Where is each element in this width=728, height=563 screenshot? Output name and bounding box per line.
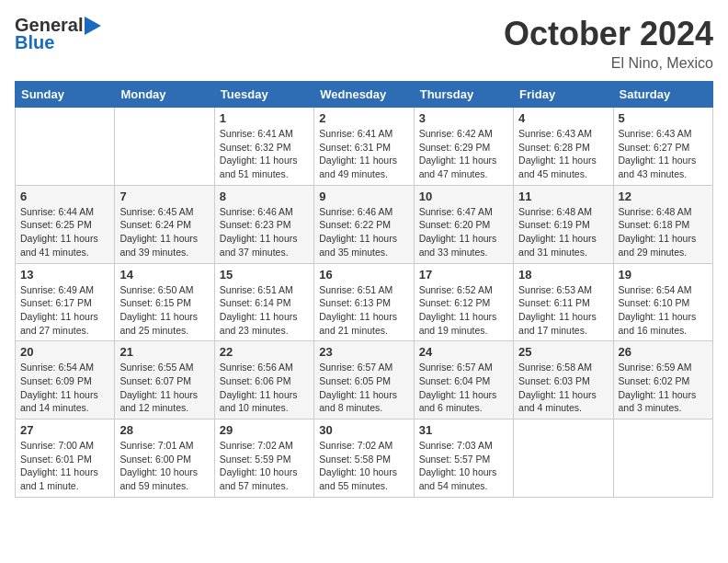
- day-number: 29: [220, 423, 309, 437]
- day-detail: Sunrise: 6:51 AMSunset: 6:14 PMDaylight:…: [220, 283, 309, 338]
- day-number: 25: [518, 345, 608, 359]
- table-row: [16, 108, 115, 186]
- table-row: 26Sunrise: 6:59 AMSunset: 6:02 PMDayligh…: [613, 341, 712, 419]
- table-row: 12Sunrise: 6:48 AMSunset: 6:18 PMDayligh…: [613, 185, 712, 263]
- sunset-text: Sunset: 6:27 PM: [619, 142, 690, 153]
- daylight-text: Daylight: 11 hours and 49 minutes.: [319, 155, 397, 179]
- header-saturday: Saturday: [613, 82, 712, 108]
- day-number: 24: [419, 345, 508, 359]
- day-detail: Sunrise: 6:57 AMSunset: 6:05 PMDaylight:…: [319, 361, 408, 415]
- sunrise-text: Sunrise: 6:45 AM: [119, 206, 193, 217]
- daylight-text: Daylight: 11 hours and 41 minutes.: [20, 233, 98, 258]
- daylight-text: Daylight: 11 hours and 29 minutes.: [619, 233, 697, 258]
- day-number: 6: [20, 190, 109, 203]
- table-row: 24Sunrise: 6:57 AMSunset: 6:04 PMDayligh…: [414, 341, 513, 419]
- header-sunday: Sunday: [16, 82, 115, 108]
- sunrise-text: Sunrise: 6:41 AM: [220, 128, 293, 139]
- sunset-text: Sunset: 6:18 PM: [619, 219, 690, 230]
- location-text: El Nino, Mexico: [504, 55, 713, 72]
- day-detail: Sunrise: 6:46 AMSunset: 6:22 PMDaylight:…: [319, 205, 408, 259]
- day-number: 16: [319, 268, 408, 282]
- table-row: 5Sunrise: 6:43 AMSunset: 6:27 PMDaylight…: [613, 108, 712, 186]
- daylight-text: Daylight: 11 hours and 21 minutes.: [319, 311, 397, 336]
- day-detail: Sunrise: 6:54 AMSunset: 6:09 PMDaylight:…: [20, 361, 109, 415]
- table-row: 21Sunrise: 6:55 AMSunset: 6:07 PMDayligh…: [115, 341, 214, 419]
- table-row: 8Sunrise: 6:46 AMSunset: 6:23 PMDaylight…: [214, 185, 313, 263]
- logo-blue-text: Blue: [15, 32, 54, 53]
- logo-arrow-icon: [85, 17, 101, 35]
- day-detail: Sunrise: 6:49 AMSunset: 6:17 PMDaylight:…: [20, 283, 109, 338]
- day-number: 2: [319, 111, 408, 125]
- table-row: 3Sunrise: 6:42 AMSunset: 6:29 PMDaylight…: [414, 108, 513, 186]
- table-row: 7Sunrise: 6:45 AMSunset: 6:24 PMDaylight…: [115, 185, 214, 263]
- table-row: 30Sunrise: 7:02 AMSunset: 5:58 PMDayligh…: [314, 419, 414, 498]
- day-detail: Sunrise: 7:03 AMSunset: 5:57 PMDaylight:…: [419, 439, 508, 493]
- page-container: General Blue October 2024 El Nino, Mexic…: [0, 0, 728, 505]
- day-detail: Sunrise: 6:51 AMSunset: 6:13 PMDaylight:…: [319, 283, 408, 338]
- table-row: 27Sunrise: 7:00 AMSunset: 6:01 PMDayligh…: [16, 419, 115, 498]
- sunset-text: Sunset: 6:07 PM: [119, 375, 191, 386]
- day-number: 13: [20, 268, 109, 282]
- day-detail: Sunrise: 6:50 AMSunset: 6:15 PMDaylight:…: [119, 283, 209, 338]
- sunset-text: Sunset: 6:13 PM: [319, 297, 391, 308]
- daylight-text: Daylight: 11 hours and 25 minutes.: [119, 311, 198, 336]
- daylight-text: Daylight: 11 hours and 14 minutes.: [20, 389, 98, 414]
- header-friday: Friday: [514, 82, 613, 108]
- daylight-text: Daylight: 11 hours and 6 minutes.: [419, 389, 497, 414]
- daylight-text: Daylight: 11 hours and 33 minutes.: [419, 233, 497, 258]
- sunrise-text: Sunrise: 6:43 AM: [619, 128, 692, 139]
- day-number: 31: [419, 423, 508, 437]
- sunrise-text: Sunrise: 6:51 AM: [319, 284, 392, 295]
- day-detail: Sunrise: 7:02 AMSunset: 5:58 PMDaylight:…: [319, 439, 408, 493]
- daylight-text: Daylight: 11 hours and 45 minutes.: [518, 155, 597, 179]
- sunrise-text: Sunrise: 6:54 AM: [619, 284, 692, 295]
- sunrise-text: Sunrise: 6:54 AM: [20, 362, 94, 373]
- table-row: 20Sunrise: 6:54 AMSunset: 6:09 PMDayligh…: [16, 341, 115, 419]
- sunset-text: Sunset: 6:20 PM: [419, 219, 491, 230]
- day-number: 26: [619, 345, 708, 359]
- table-row: 13Sunrise: 6:49 AMSunset: 6:17 PMDayligh…: [16, 263, 115, 341]
- daylight-text: Daylight: 11 hours and 8 minutes.: [319, 389, 397, 414]
- sunrise-text: Sunrise: 7:02 AM: [220, 440, 293, 451]
- day-detail: Sunrise: 6:41 AMSunset: 6:32 PMDaylight:…: [220, 127, 309, 181]
- daylight-text: Daylight: 11 hours and 31 minutes.: [518, 233, 597, 258]
- calendar-header-row: Sunday Monday Tuesday Wednesday Thursday…: [16, 82, 713, 108]
- sunset-text: Sunset: 6:01 PM: [20, 454, 92, 465]
- day-detail: Sunrise: 6:48 AMSunset: 6:18 PMDaylight:…: [619, 205, 708, 259]
- table-row: 31Sunrise: 7:03 AMSunset: 5:57 PMDayligh…: [414, 419, 513, 498]
- daylight-text: Daylight: 11 hours and 17 minutes.: [518, 311, 597, 336]
- day-detail: Sunrise: 6:59 AMSunset: 6:02 PMDaylight:…: [619, 361, 708, 415]
- day-number: 23: [319, 345, 408, 359]
- table-row: 2Sunrise: 6:41 AMSunset: 6:31 PMDaylight…: [314, 108, 414, 186]
- table-row: [115, 108, 214, 186]
- day-number: 27: [20, 423, 109, 437]
- sunset-text: Sunset: 6:14 PM: [220, 297, 291, 308]
- sunset-text: Sunset: 5:58 PM: [319, 454, 391, 465]
- table-row: [613, 419, 712, 498]
- day-number: 9: [319, 190, 408, 203]
- daylight-text: Daylight: 11 hours and 1 minute.: [20, 466, 98, 491]
- day-detail: Sunrise: 6:45 AMSunset: 6:24 PMDaylight:…: [119, 205, 209, 259]
- header-wednesday: Wednesday: [314, 82, 414, 108]
- daylight-text: Daylight: 11 hours and 10 minutes.: [220, 389, 298, 414]
- sunset-text: Sunset: 6:05 PM: [319, 375, 391, 386]
- day-detail: Sunrise: 7:01 AMSunset: 6:00 PMDaylight:…: [119, 439, 209, 493]
- sunrise-text: Sunrise: 6:51 AM: [220, 284, 293, 295]
- daylight-text: Daylight: 10 hours and 59 minutes.: [119, 466, 198, 491]
- sunset-text: Sunset: 6:22 PM: [319, 219, 391, 230]
- sunset-text: Sunset: 6:29 PM: [419, 142, 491, 153]
- daylight-text: Daylight: 11 hours and 37 minutes.: [220, 233, 298, 258]
- sunrise-text: Sunrise: 6:50 AM: [119, 284, 193, 295]
- day-number: 22: [220, 345, 309, 359]
- day-number: 4: [518, 111, 608, 125]
- day-detail: Sunrise: 6:48 AMSunset: 6:19 PMDaylight:…: [518, 205, 608, 259]
- sunrise-text: Sunrise: 6:53 AM: [518, 284, 592, 295]
- sunset-text: Sunset: 6:17 PM: [20, 297, 92, 308]
- daylight-text: Daylight: 11 hours and 12 minutes.: [119, 389, 198, 414]
- sunrise-text: Sunrise: 6:52 AM: [419, 284, 493, 295]
- logo: General Blue: [15, 15, 101, 53]
- table-row: 4Sunrise: 6:43 AMSunset: 6:28 PMDaylight…: [514, 108, 613, 186]
- daylight-text: Daylight: 11 hours and 39 minutes.: [119, 233, 198, 258]
- sunset-text: Sunset: 6:28 PM: [518, 142, 590, 153]
- sunrise-text: Sunrise: 6:55 AM: [119, 362, 193, 373]
